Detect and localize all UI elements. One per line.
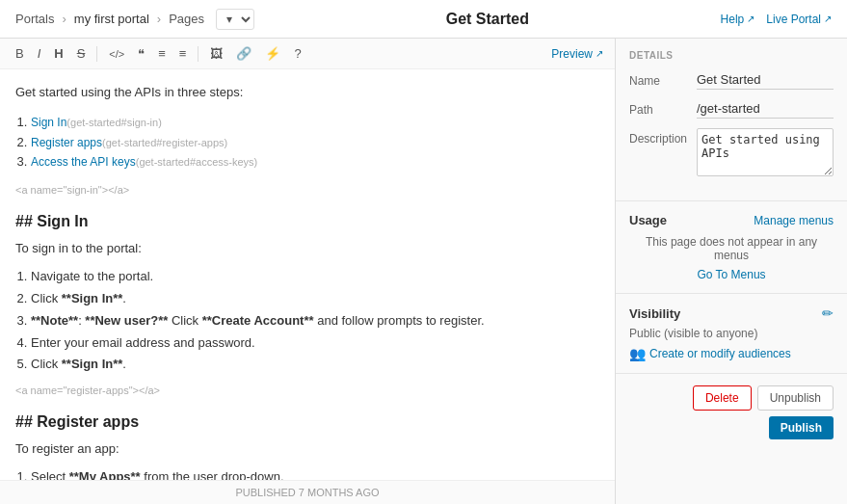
usage-section: Usage Manage menus This page does not ap… (616, 201, 847, 294)
bold-button[interactable]: B (12, 44, 28, 63)
path-field-row: Path (629, 99, 834, 119)
edit-visibility-icon[interactable]: ✏ (822, 305, 834, 321)
main-layout: B I H S </> ❝ ≡ ≡ 🖼 🔗 ⚡ ? Preview ↗ Ge (0, 39, 847, 504)
unpublish-button[interactable]: Unpublish (757, 385, 834, 411)
pages-dropdown[interactable]: ▾ (216, 9, 254, 30)
name-field-row: Name (629, 70, 834, 90)
anchor-sign-in: <a name="sign-in"></a> (15, 182, 599, 199)
sign-in-steps: Navigate to the portal. Click **Sign In*… (31, 267, 599, 375)
path-input[interactable] (697, 99, 834, 119)
sign-in-step-2: Click **Sign In**. (31, 289, 599, 309)
intro-steps: Sign In(get-started#sign-in) Register ap… (15, 113, 599, 172)
description-field-row: Description Get started using APIs (629, 128, 834, 179)
name-input[interactable] (697, 70, 834, 90)
actions-section: Delete Unpublish Publish (616, 374, 847, 451)
breadcrumb-sep-2: › (157, 12, 161, 26)
path-label: Path (629, 99, 697, 117)
published-status: PUBLISHED 7 MONTHS AGO (235, 487, 379, 498)
description-label: Description (629, 128, 697, 146)
toolbar-sep-2 (198, 46, 199, 62)
step-3: Access the API keys(get-started#access-k… (31, 152, 599, 172)
delete-button[interactable]: Delete (693, 385, 752, 411)
details-panel: DETAILS Name Path Description Get starte… (616, 39, 847, 504)
heading-button[interactable]: H (50, 44, 66, 63)
help-ext-icon: ↗ (747, 13, 754, 24)
sign-in-intro: To sign in to the portal: (15, 239, 599, 259)
step-3-link[interactable]: Access the API keys (31, 155, 136, 169)
portal-name: my first portal (74, 12, 149, 26)
step-2: Register apps(get-started#register-apps) (31, 133, 599, 153)
intro-text: Get started using the APIs in three step… (15, 83, 599, 103)
breadcrumb: Portals › my first portal › Pages ▾ (15, 9, 254, 30)
details-section-title: DETAILS (629, 50, 834, 61)
link-button[interactable]: 🔗 (232, 44, 255, 63)
goto-menus-link[interactable]: Go To Menus (629, 268, 834, 281)
visibility-section: Visibility ✏ Public (visible to anyone) … (616, 294, 847, 374)
portals-link[interactable]: Portals (15, 12, 54, 26)
usage-body: This page does not appear in any menus (629, 235, 834, 262)
manage-menus-link[interactable]: Manage menus (754, 214, 834, 227)
help-button[interactable]: ? (290, 44, 304, 63)
sign-in-step-5: Click **Sign In**. (31, 355, 599, 375)
nav-actions: Help ↗ Live Portal ↗ (721, 13, 832, 26)
live-portal-ext-icon: ↗ (824, 13, 832, 24)
sign-in-step-3: **Note**: **New user?** Click **Create A… (31, 311, 599, 332)
register-steps: Select **My Apps** from the user drop-do… (31, 467, 599, 480)
page-title: Get Started (446, 11, 529, 28)
sign-in-step-1: Navigate to the portal. (31, 267, 599, 287)
top-nav: Portals › my first portal › Pages ▾ Get … (0, 0, 847, 39)
description-textarea[interactable]: Get started using APIs (697, 128, 834, 176)
usage-header: Usage Manage menus (629, 213, 834, 227)
ul-button[interactable]: ≡ (154, 44, 170, 63)
heading-sign-in: ## Sign In (15, 209, 599, 234)
editor-panel: B I H S </> ❝ ≡ ≡ 🖼 🔗 ⚡ ? Preview ↗ Ge (0, 39, 616, 504)
ol-button[interactable]: ≡ (175, 44, 191, 63)
name-label: Name (629, 70, 697, 88)
anchor-register: <a name="register-apps"></a> (15, 383, 599, 400)
visibility-header: Visibility ✏ (629, 305, 834, 321)
image-button[interactable]: 🖼 (206, 44, 226, 63)
register-step-1: Select **My Apps** from the user drop-do… (31, 467, 599, 480)
strikethrough-button[interactable]: S (73, 44, 90, 63)
live-portal-link[interactable]: Live Portal ↗ (766, 13, 832, 26)
preview-ext-icon: ↗ (596, 48, 603, 59)
heading-register: ## Register apps (15, 410, 599, 435)
preview-button[interactable]: Preview ↗ (551, 47, 603, 61)
step-1-link[interactable]: Sign In (31, 116, 66, 129)
toolbar-sep-1 (96, 46, 97, 62)
audience-link[interactable]: 👥 Create or modify audiences (629, 346, 834, 361)
people-icon: 👥 (629, 346, 646, 361)
pages-label: Pages (169, 12, 204, 26)
more-button[interactable]: ⚡ (261, 44, 284, 63)
visibility-title: Visibility (629, 306, 680, 321)
sign-in-step-4: Enter your email address and password. (31, 333, 599, 354)
name-field-value (697, 70, 834, 90)
help-link[interactable]: Help ↗ (721, 13, 755, 26)
editor-footer: PUBLISHED 7 MONTHS AGO (0, 480, 615, 504)
step-2-link[interactable]: Register apps (31, 136, 102, 149)
usage-title: Usage (629, 213, 667, 227)
details-section: DETAILS Name Path Description Get starte… (616, 39, 847, 201)
code-button[interactable]: </> (105, 46, 128, 62)
step-1: Sign In(get-started#sign-in) (31, 113, 599, 133)
visibility-value: Public (visible to anyone) (629, 327, 834, 340)
italic-button[interactable]: I (34, 44, 45, 63)
editor-toolbar: B I H S </> ❝ ≡ ≡ 🖼 🔗 ⚡ ? Preview ↗ (0, 39, 615, 69)
publish-button[interactable]: Publish (769, 416, 834, 439)
register-intro: To register an app: (15, 439, 599, 460)
description-field-value: Get started using APIs (697, 128, 834, 179)
editor-content[interactable]: Get started using the APIs in three step… (0, 69, 615, 480)
toolbar-left: B I H S </> ❝ ≡ ≡ 🖼 🔗 ⚡ ? (12, 44, 305, 63)
breadcrumb-sep-1: › (62, 12, 66, 26)
path-field-value (697, 99, 834, 119)
quote-button[interactable]: ❝ (134, 44, 148, 63)
